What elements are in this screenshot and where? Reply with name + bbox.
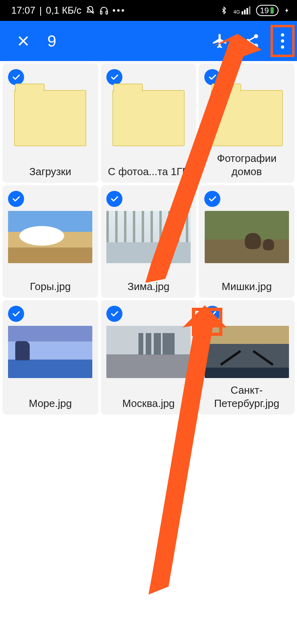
tile-label: Горы.jpg <box>30 274 71 293</box>
tile-label: Море.jpg <box>29 391 72 410</box>
image-tile[interactable]: Мишки.jpg <box>199 185 295 298</box>
image-thumbnail <box>205 326 289 378</box>
folder-icon <box>211 90 283 146</box>
selected-check-icon[interactable] <box>106 191 122 207</box>
status-sep: | <box>39 5 42 16</box>
image-thumbnail <box>106 211 191 263</box>
tile-label: С фотоа...та 1ГБ <box>108 159 189 178</box>
image-tile[interactable]: Москва.jpg <box>101 300 197 415</box>
more-vertical-icon <box>281 33 284 49</box>
close-selection-button[interactable] <box>11 34 35 48</box>
offline-button[interactable] <box>204 25 236 57</box>
folder-tile[interactable]: Загрузки <box>2 63 98 183</box>
image-thumbnail <box>8 211 92 263</box>
selection-app-bar: 9 <box>0 21 297 61</box>
svg-point-3 <box>246 39 250 43</box>
folder-tile[interactable]: С фотоа...та 1ГБ <box>101 63 197 183</box>
headphones-icon <box>99 6 109 15</box>
tile-label: Мишки.jpg <box>222 274 272 293</box>
image-tile[interactable]: Море.jpg <box>2 300 98 415</box>
folder-icon <box>112 90 185 146</box>
more-horizontal-icon <box>113 9 124 12</box>
image-tile[interactable]: Санкт-Петербург.jpg <box>199 300 295 415</box>
image-thumbnail <box>106 326 191 378</box>
tile-label: Загрузки <box>29 159 71 178</box>
bell-off-icon <box>85 6 95 15</box>
selected-check-icon[interactable] <box>204 306 220 322</box>
selected-check-icon[interactable] <box>204 191 220 207</box>
image-thumbnail <box>205 211 289 263</box>
folder-icon <box>14 90 86 146</box>
selected-check-icon[interactable] <box>106 306 122 322</box>
status-bar: 17:07 | 0,1 КБ/с 4G 19 <box>0 0 297 21</box>
image-thumbnail <box>8 326 92 378</box>
selected-check-icon[interactable] <box>204 69 220 85</box>
bluetooth-icon <box>220 6 228 15</box>
folder-tile[interactable]: Фотографии домов <box>199 63 295 183</box>
file-grid: ЗагрузкиС фотоа...та 1ГБФотографии домов… <box>0 61 297 417</box>
selected-check-icon[interactable] <box>8 306 24 322</box>
tile-label: Москва.jpg <box>122 391 175 410</box>
share-button[interactable] <box>236 25 268 57</box>
tile-label: Зима.jpg <box>128 274 169 293</box>
charging-icon <box>284 6 290 15</box>
status-time: 17:07 <box>11 5 35 16</box>
status-net-speed: 0,1 КБ/с <box>46 5 81 16</box>
image-tile[interactable]: Горы.jpg <box>2 185 98 298</box>
more-menu-button[interactable] <box>271 25 295 57</box>
svg-point-4 <box>254 44 258 48</box>
svg-rect-1 <box>106 11 108 14</box>
signal-icon: 4G <box>234 6 250 14</box>
selection-count: 9 <box>47 32 56 50</box>
tile-label: Фотографии домов <box>202 146 291 178</box>
selected-check-icon[interactable] <box>106 69 122 85</box>
selected-check-icon[interactable] <box>8 69 24 85</box>
image-tile[interactable]: Зима.jpg <box>101 185 197 298</box>
tile-label: Санкт-Петербург.jpg <box>202 378 291 410</box>
battery-icon: 19 <box>256 5 279 16</box>
selected-check-icon[interactable] <box>8 191 24 207</box>
svg-point-2 <box>254 34 258 38</box>
svg-rect-0 <box>100 11 102 14</box>
